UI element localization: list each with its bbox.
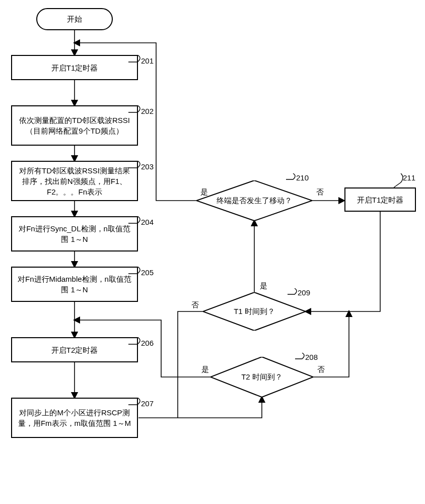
leader-208 (295, 353, 307, 362)
label-210-no: 否 (316, 187, 324, 197)
start-label: 开始 (67, 15, 82, 24)
leader-203 (128, 161, 144, 171)
process-206: 开启T2定时器 (11, 337, 138, 362)
decision-209-text: T1 时间到？ (234, 306, 275, 317)
process-205-text: 对Fn进行Midamble检测，n取值范围 1～N (17, 274, 132, 295)
leader-201 (128, 55, 144, 65)
flowchart-canvas: 开始 开启T1定时器 201 依次测量配置的TD邻区载波RSSI（目前网络配置9… (0, 0, 425, 504)
decision-208: T2 时间到？ (210, 357, 313, 397)
process-205: 对Fn进行Midamble检测，n取值范围 1～N (11, 267, 138, 302)
process-207-text: 对同步上的M个小区进行RSCP测量，用Fm表示，m取值范围 1～M (17, 407, 132, 428)
process-211: 开启T1定时器 (344, 187, 416, 212)
process-201-text: 开启T1定时器 (51, 62, 98, 73)
leader-202 (128, 105, 144, 115)
process-202: 依次测量配置的TD邻区载波RSSI（目前网络配置9个TD频点） (11, 105, 138, 146)
leader-209 (288, 288, 300, 297)
decision-208-text: T2 时间到？ (241, 372, 282, 382)
label-209-no: 否 (191, 300, 199, 310)
label-210-yes: 是 (200, 187, 208, 197)
label-209-yes: 是 (260, 281, 267, 291)
process-207: 对同步上的M个小区进行RSCP测量，用Fm表示，m取值范围 1～M (11, 398, 138, 438)
decision-210-text: 终端是否发生了移动？ (217, 196, 292, 206)
leader-210 (286, 173, 298, 182)
process-204-text: 对Fn进行Sync_DL检测，n取值范围 1～N (17, 223, 132, 244)
process-203-text: 对所有TD邻区载波RSSI测量结果排序，找出前N强频点，用F1、F2。。。Fn表… (17, 165, 132, 197)
leader-205 (128, 267, 144, 277)
leader-206 (128, 337, 144, 347)
process-201: 开启T1定时器 (11, 55, 138, 80)
process-211-text: 开启T1定时器 (357, 195, 404, 205)
leader-204 (128, 216, 144, 226)
label-208-yes: 是 (201, 365, 209, 374)
process-204: 对Fn进行Sync_DL检测，n取值范围 1～N (11, 216, 138, 251)
start-terminal: 开始 (36, 8, 113, 30)
process-202-text: 依次测量配置的TD邻区载波RSSI（目前网络配置9个TD频点） (17, 115, 132, 136)
leader-207 (128, 398, 144, 408)
label-208-no: 否 (317, 365, 325, 374)
process-206-text: 开启T2定时器 (51, 345, 98, 355)
decision-210: 终端是否发生了移动？ (196, 180, 312, 221)
process-203: 对所有TD邻区载波RSSI测量结果排序，找出前N强频点，用F1、F2。。。Fn表… (11, 161, 138, 201)
decision-209: T1 时间到？ (203, 292, 306, 331)
leader-211 (394, 173, 406, 188)
